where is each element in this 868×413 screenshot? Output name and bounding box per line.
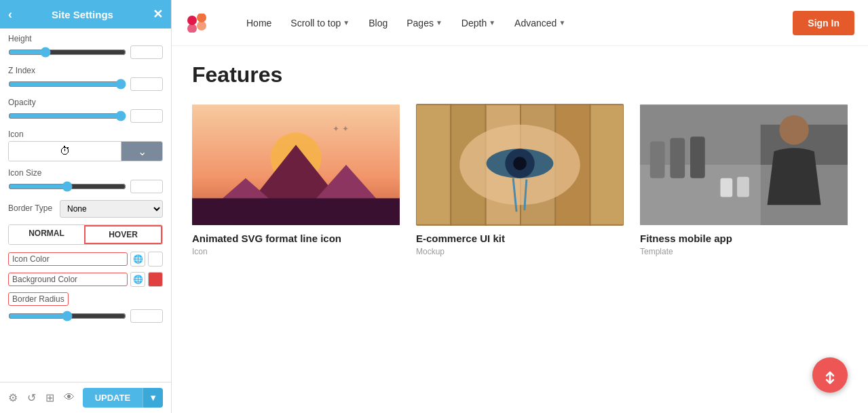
- card-1-image: ✦ ✦: [192, 104, 400, 226]
- advanced-caret: ▼: [559, 19, 565, 26]
- normal-tab[interactable]: NORMAL: [9, 225, 84, 244]
- depth-caret: ▼: [489, 19, 495, 26]
- history-icon[interactable]: ↺: [27, 391, 36, 404]
- background-color-label: Background Color: [8, 273, 128, 286]
- icon-control: Icon ⏱ ⌄: [8, 130, 163, 161]
- layout-icon[interactable]: ⊞: [45, 391, 54, 404]
- sidebar-footer: ⚙ ↺ ⊞ 👁 UPDATE ▼: [0, 382, 171, 413]
- nav-blog[interactable]: Blog: [360, 14, 396, 33]
- normal-hover-tabs: NORMAL HOVER: [8, 224, 163, 245]
- footer-icons: ⚙ ↺ ⊞ 👁: [8, 391, 75, 404]
- opacity-control: Opacity 1: [8, 98, 163, 123]
- card-2: E-commerce UI kit Mockup: [416, 104, 624, 256]
- card-3-subtitle: Template: [640, 247, 848, 256]
- update-btn-group: UPDATE ▼: [83, 388, 163, 408]
- page-title: Features: [192, 62, 848, 87]
- opacity-label: Opacity: [8, 98, 163, 107]
- icon-size-label: Icon Size: [8, 168, 163, 178]
- nav-pages[interactable]: Pages ▼: [398, 14, 451, 33]
- opacity-slider[interactable]: [8, 111, 126, 121]
- card-1-subtitle: Icon: [192, 247, 400, 256]
- icon-selector: ⏱ ⌄: [8, 141, 163, 161]
- svg-rect-17: [590, 104, 624, 225]
- icon-dropdown-btn[interactable]: ⌄: [121, 142, 162, 161]
- nav-scroll-to-top[interactable]: Scroll to top ▼: [282, 14, 358, 33]
- card-3-image: [640, 104, 848, 226]
- nav-items: Home Scroll to top ▼ Blog Pages ▼ Depth …: [238, 14, 779, 33]
- height-slider[interactable]: [8, 47, 126, 58]
- sidebar-content: Height 60 Z Index 9999 Opacity 1 Icon: [0, 28, 171, 382]
- logo-svg: [185, 14, 211, 33]
- zindex-label: Z Index: [8, 66, 163, 75]
- update-button[interactable]: UPDATE: [83, 388, 143, 408]
- height-label: Height: [8, 34, 163, 43]
- sign-in-button[interactable]: Sign In: [793, 11, 854, 35]
- svg-point-2: [187, 24, 197, 33]
- cards-grid: ✦ ✦ Animated SVG format line icon Icon: [192, 104, 848, 256]
- settings-icon[interactable]: ⚙: [8, 391, 18, 404]
- icon-size-slider[interactable]: [8, 181, 126, 192]
- pages-caret: ▼: [436, 19, 442, 26]
- card-2-title: E-commerce UI kit: [416, 233, 624, 244]
- sidebar-header: ‹ Site Settings ✕: [0, 0, 171, 28]
- zindex-slider[interactable]: [8, 79, 126, 90]
- icon-size-control: Icon Size 50: [8, 168, 163, 193]
- icon-color-label: Icon Color: [8, 252, 128, 266]
- icon-size-input[interactable]: 50: [130, 180, 163, 193]
- bg-color-globe[interactable]: 🌐: [130, 272, 145, 287]
- zindex-input[interactable]: 9999: [130, 77, 163, 91]
- scroll-to-top-button[interactable]: [812, 357, 848, 393]
- card-2-subtitle: Mockup: [416, 247, 624, 256]
- svg-point-30: [779, 115, 808, 144]
- height-control: Height 60: [8, 34, 163, 59]
- svg-point-21: [513, 157, 527, 170]
- card-2-image: [416, 104, 624, 226]
- border-radius-slider[interactable]: [8, 311, 126, 321]
- opacity-input[interactable]: 1: [130, 109, 163, 123]
- sidebar: ‹ Site Settings ✕ Height 60 Z Index 9999…: [0, 0, 172, 413]
- icon-label: Icon: [8, 130, 163, 139]
- svg-rect-12: [416, 104, 451, 225]
- card-1: ✦ ✦ Animated SVG format line icon Icon: [192, 104, 400, 256]
- scroll-top-icon: [820, 366, 839, 385]
- icon-color-row: Icon Color 🌐: [8, 252, 163, 267]
- navbar: Home Scroll to top ▼ Blog Pages ▼ Depth …: [172, 0, 868, 46]
- icon-preview[interactable]: ⏱: [9, 142, 121, 161]
- back-icon[interactable]: ‹: [8, 7, 12, 22]
- background-color-row: Background Color 🌐: [8, 272, 163, 287]
- svg-rect-25: [650, 141, 665, 178]
- eye-icon[interactable]: 👁: [64, 391, 75, 404]
- icon-color-swatch[interactable]: [148, 252, 163, 267]
- svg-rect-29: [737, 177, 749, 197]
- border-radius-control: Border Radius 50: [8, 292, 163, 323]
- zindex-control: Z Index 9999: [8, 66, 163, 91]
- scroll-caret: ▼: [343, 19, 350, 26]
- bg-color-swatch[interactable]: [148, 272, 163, 287]
- card-3-title: Fitness mobile app: [640, 233, 848, 244]
- close-icon[interactable]: ✕: [153, 7, 163, 22]
- svg-rect-26: [670, 138, 685, 178]
- card-1-title: Animated SVG format line icon: [192, 233, 400, 244]
- page-content: Features: [172, 46, 868, 413]
- update-dropdown-button[interactable]: ▼: [143, 388, 163, 408]
- svg-point-3: [197, 21, 206, 31]
- card-3: Fitness mobile app Template: [640, 104, 848, 256]
- border-type-label: Border Type: [8, 203, 56, 213]
- nav-depth[interactable]: Depth ▼: [453, 14, 504, 33]
- nav-logo: [185, 14, 211, 33]
- border-radius-label: Border Radius: [8, 292, 69, 306]
- svg-rect-9: [192, 198, 400, 224]
- border-type-control: Border Type None Solid Dashed Dotted: [8, 200, 163, 218]
- svg-rect-28: [720, 178, 732, 197]
- svg-rect-27: [690, 137, 705, 178]
- sidebar-title: Site Settings: [52, 9, 113, 20]
- icon-color-globe[interactable]: 🌐: [130, 252, 145, 267]
- hover-tab[interactable]: HOVER: [84, 225, 162, 244]
- nav-advanced[interactable]: Advanced ▼: [506, 14, 573, 33]
- svg-point-0: [187, 16, 197, 25]
- border-type-select[interactable]: None Solid Dashed Dotted: [60, 200, 163, 218]
- border-radius-input[interactable]: 50: [130, 309, 163, 323]
- height-input[interactable]: 60: [130, 45, 163, 59]
- nav-home[interactable]: Home: [238, 14, 280, 33]
- main-content: Home Scroll to top ▼ Blog Pages ▼ Depth …: [172, 0, 868, 413]
